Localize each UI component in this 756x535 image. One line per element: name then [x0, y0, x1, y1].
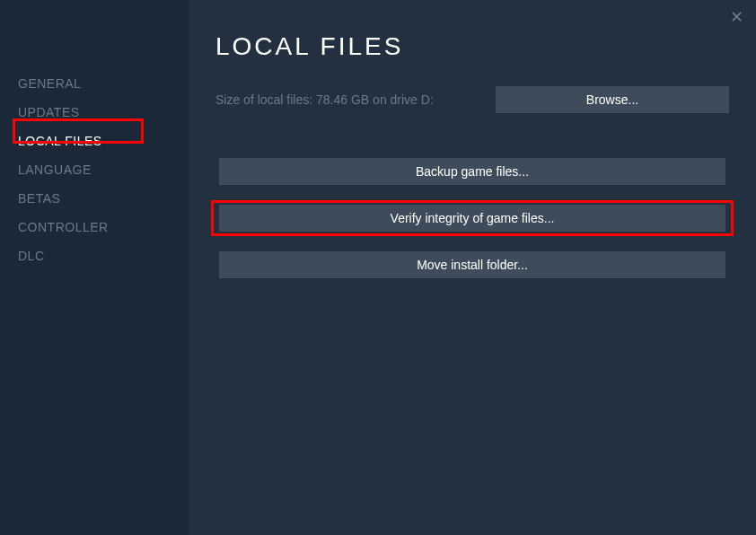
- sidebar-item-controller[interactable]: CONTROLLER: [18, 213, 109, 241]
- size-info-text: Size of local files: 78.46 GB on drive D…: [215, 92, 434, 107]
- page-title: LOCAL FILES: [215, 32, 729, 61]
- close-icon[interactable]: ✕: [730, 9, 743, 25]
- main-panel: ✕ LOCAL FILES Size of local files: 78.46…: [189, 0, 756, 535]
- sidebar-item-local-files[interactable]: LOCAL FILES: [18, 127, 102, 155]
- browse-button[interactable]: Browse...: [496, 86, 729, 113]
- sidebar-item-betas[interactable]: BETAS: [18, 184, 60, 213]
- properties-dialog: GENERAL UPDATES LOCAL FILES LANGUAGE BET…: [0, 0, 756, 535]
- sidebar-item-updates[interactable]: UPDATES: [18, 98, 80, 127]
- sidebar-nav: GENERAL UPDATES LOCAL FILES LANGUAGE BET…: [0, 0, 189, 535]
- backup-game-files-button[interactable]: Backup game files...: [219, 158, 725, 185]
- sidebar-item-language[interactable]: LANGUAGE: [18, 155, 92, 184]
- move-button-wrapper: Move install folder...: [215, 251, 729, 278]
- backup-button-wrapper: Backup game files...: [215, 158, 729, 185]
- verify-integrity-button[interactable]: Verify integrity of game files...: [219, 205, 725, 232]
- verify-button-wrapper: Verify integrity of game files...: [215, 205, 729, 232]
- sidebar-item-general[interactable]: GENERAL: [18, 69, 81, 98]
- move-install-folder-button[interactable]: Move install folder...: [219, 251, 725, 278]
- sidebar-item-dlc[interactable]: DLC: [18, 241, 45, 270]
- size-info-row: Size of local files: 78.46 GB on drive D…: [215, 86, 729, 113]
